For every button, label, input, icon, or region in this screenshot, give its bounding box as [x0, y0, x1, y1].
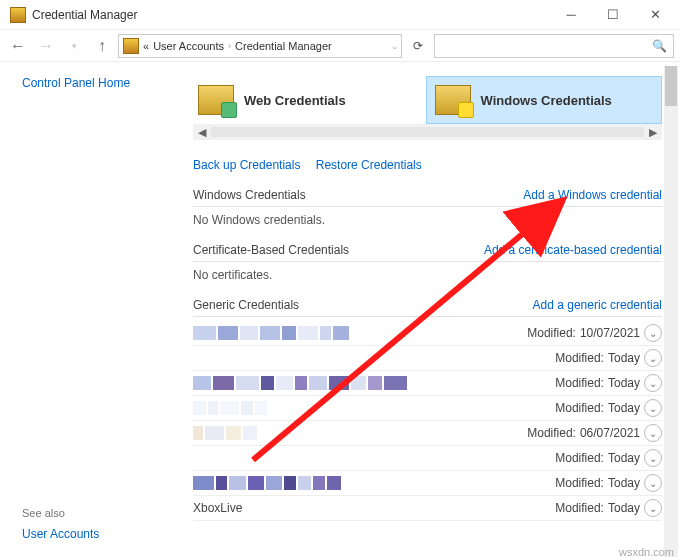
- safe-icon: [435, 85, 471, 115]
- search-icon: 🔍: [652, 39, 667, 53]
- scrollbar-thumb[interactable]: [665, 66, 677, 106]
- credential-name: [193, 376, 555, 390]
- tab-scrollbar[interactable]: ◀ ▶: [193, 124, 662, 140]
- modified-label: Modified:10/07/2021: [527, 326, 640, 340]
- safe-icon: [198, 85, 234, 115]
- cert-empty-text: No certificates.: [193, 262, 662, 282]
- section-title-windows: Windows Credentials: [193, 188, 306, 202]
- close-button[interactable]: ✕: [634, 1, 676, 29]
- credential-name: [193, 476, 555, 490]
- credential-row[interactable]: Modified:Today⌄: [193, 446, 662, 471]
- back-button[interactable]: ←: [6, 34, 30, 58]
- search-box[interactable]: 🔍: [434, 34, 674, 58]
- credential-row[interactable]: Modified:Today⌄: [193, 371, 662, 396]
- expand-icon[interactable]: ⌄: [644, 449, 662, 467]
- expand-icon[interactable]: ⌄: [644, 499, 662, 517]
- restore-credentials-link[interactable]: Restore Credentials: [316, 158, 422, 172]
- credential-name: [193, 426, 527, 440]
- maximize-button[interactable]: ☐: [592, 1, 634, 29]
- windows-empty-text: No Windows credentials.: [193, 207, 662, 227]
- credential-name: [193, 401, 555, 415]
- breadcrumb-root[interactable]: «: [141, 40, 151, 52]
- modified-label: Modified:06/07/2021: [527, 426, 640, 440]
- credential-row[interactable]: Modified:Today⌄: [193, 396, 662, 421]
- modified-label: Modified:Today: [555, 476, 640, 490]
- expand-icon[interactable]: ⌄: [644, 349, 662, 367]
- forward-button[interactable]: →: [34, 34, 58, 58]
- window-title: Credential Manager: [32, 8, 550, 22]
- add-windows-credential-link[interactable]: Add a Windows credential: [523, 188, 662, 202]
- backup-credentials-link[interactable]: Back up Credentials: [193, 158, 300, 172]
- sidebar: Control Panel Home See also User Account…: [0, 62, 193, 559]
- scroll-right-icon[interactable]: ▶: [644, 126, 662, 139]
- breadcrumb-credential-manager[interactable]: Credential Manager: [233, 40, 334, 52]
- up-button[interactable]: ↑: [90, 34, 114, 58]
- address-icon: [123, 38, 139, 54]
- title-bar: Credential Manager ─ ☐ ✕: [0, 0, 680, 30]
- scroll-track[interactable]: [211, 127, 644, 137]
- control-panel-home-link[interactable]: Control Panel Home: [22, 76, 193, 90]
- credential-name: [193, 351, 555, 365]
- credential-row[interactable]: XboxLiveModified:Today⌄: [193, 496, 662, 521]
- user-accounts-link[interactable]: User Accounts: [22, 527, 193, 541]
- see-also-label: See also: [22, 507, 193, 519]
- tab-windows-credentials[interactable]: Windows Credentials: [426, 76, 663, 124]
- credential-row[interactable]: Modified:Today⌄: [193, 346, 662, 371]
- scroll-left-icon[interactable]: ◀: [193, 126, 211, 139]
- modified-label: Modified:Today: [555, 401, 640, 415]
- minimize-button[interactable]: ─: [550, 1, 592, 29]
- tab-web-credentials[interactable]: Web Credentials: [193, 76, 426, 124]
- modified-label: Modified:Today: [555, 351, 640, 365]
- modified-label: Modified:Today: [555, 501, 640, 515]
- add-cert-credential-link[interactable]: Add a certificate-based credential: [484, 243, 662, 257]
- address-bar[interactable]: « User Accounts › Credential Manager ⌵: [118, 34, 402, 58]
- vertical-scrollbar[interactable]: [664, 66, 678, 557]
- modified-label: Modified:Today: [555, 376, 640, 390]
- tab-web-label: Web Credentials: [244, 93, 346, 108]
- expand-icon[interactable]: ⌄: [644, 324, 662, 342]
- app-icon: [10, 7, 26, 23]
- recent-dropdown[interactable]: ▾: [62, 34, 86, 58]
- section-title-generic: Generic Credentials: [193, 298, 299, 312]
- expand-icon[interactable]: ⌄: [644, 424, 662, 442]
- address-dropdown-icon[interactable]: ⌵: [390, 41, 399, 51]
- credential-name: [193, 326, 527, 340]
- expand-icon[interactable]: ⌄: [644, 399, 662, 417]
- add-generic-credential-link[interactable]: Add a generic credential: [533, 298, 662, 312]
- refresh-button[interactable]: ⟳: [406, 34, 430, 58]
- credential-row[interactable]: Modified:Today⌄: [193, 471, 662, 496]
- toolbar: ← → ▾ ↑ « User Accounts › Credential Man…: [0, 30, 680, 62]
- section-title-cert: Certificate-Based Credentials: [193, 243, 349, 257]
- credential-name: XboxLive: [193, 501, 555, 515]
- credential-name: [193, 451, 555, 465]
- main-panel: Web Credentials Windows Credentials ◀ ▶ …: [193, 62, 680, 559]
- modified-label: Modified:Today: [555, 451, 640, 465]
- watermark: wsxdn.com: [619, 546, 674, 558]
- tab-win-label: Windows Credentials: [481, 93, 612, 108]
- credential-row[interactable]: Modified:10/07/2021⌄: [193, 321, 662, 346]
- breadcrumb-user-accounts[interactable]: User Accounts: [151, 40, 226, 52]
- chevron-right-icon[interactable]: ›: [226, 41, 233, 51]
- expand-icon[interactable]: ⌄: [644, 374, 662, 392]
- expand-icon[interactable]: ⌄: [644, 474, 662, 492]
- credential-row[interactable]: Modified:06/07/2021⌄: [193, 421, 662, 446]
